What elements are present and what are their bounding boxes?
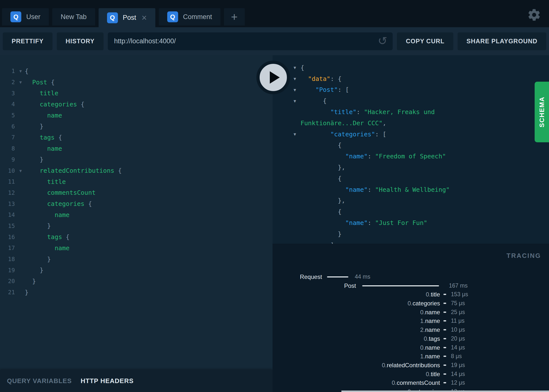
code-text: "categories": [	[301, 131, 386, 138]
query-variables-tab[interactable]: QUERY VARIABLES	[7, 377, 72, 385]
horizontal-scrollbar[interactable]	[341, 391, 549, 392]
query-code-line: 19 }	[0, 265, 273, 276]
prettify-button[interactable]: PRETTIFY	[3, 32, 53, 50]
copy-curl-button[interactable]: COPY CURL	[397, 32, 453, 50]
tracing-row: 0.commentsCount12 μs	[273, 378, 549, 387]
line-number: 20	[0, 278, 16, 284]
tracing-row: 0.name25 μs	[273, 308, 549, 317]
line-number: 15	[0, 223, 16, 229]
tracing-dash	[443, 329, 446, 330]
query-editor[interactable]: 1▾{2▾ Post {3 title4 categories {5 name6…	[0, 55, 273, 370]
query-code-line: 11 title	[0, 176, 273, 187]
tracing-label: 0.categories	[273, 299, 440, 308]
tab-user[interactable]: QUser	[2, 8, 49, 25]
tracing-dash	[443, 312, 446, 313]
settings-gear-icon[interactable]	[527, 8, 541, 22]
code-text: categories {	[25, 200, 92, 207]
response-line: ]	[273, 240, 549, 244]
query-code-line: 14 name	[0, 209, 273, 220]
code-text: },	[301, 164, 345, 171]
response-line: "name": "Freedom of Speech"	[273, 151, 549, 162]
code-text: name	[25, 112, 62, 119]
query-type-badge: Q	[167, 11, 178, 22]
tracing-duration-value: 44 ms	[355, 272, 370, 281]
tracing-label: 2.name	[273, 325, 440, 334]
tracing-duration-bar	[327, 276, 348, 277]
fold-arrow-icon[interactable]: ▾	[16, 79, 25, 85]
query-code-line: 5 name	[0, 110, 273, 121]
fold-arrow-icon[interactable]: ▾	[16, 68, 25, 74]
tab-bar: QUserNew TabQPost×QComment+	[0, 0, 549, 27]
code-text: Post {	[25, 79, 55, 86]
tracing-label: 0.name	[273, 343, 440, 352]
code-text: }	[25, 123, 43, 130]
fold-arrow-icon[interactable]: ▾	[294, 76, 301, 82]
tab-label: User	[26, 13, 40, 21]
tracing-dash	[443, 338, 446, 339]
tracing-label: 1.name	[273, 352, 440, 361]
query-code-line: 3 title	[0, 88, 273, 99]
share-playground-button[interactable]: SHARE PLAYGROUND	[458, 32, 546, 50]
tab-label: New Tab	[61, 13, 87, 21]
line-number: 9	[0, 156, 16, 163]
tracing-label: Request	[273, 272, 322, 281]
code-text: "data": {	[301, 75, 342, 82]
fold-arrow-icon[interactable]: ▾	[294, 87, 301, 93]
schema-side-tab[interactable]: SCHEMA	[535, 82, 549, 142]
tracing-row: Post167 ms	[273, 281, 549, 290]
response-line: },	[273, 162, 549, 173]
query-code-line: 7 tags {	[0, 132, 273, 143]
fold-arrow-icon[interactable]: ▾	[294, 131, 301, 137]
line-number: 12	[0, 190, 16, 196]
tab-label: Comment	[183, 13, 212, 21]
http-headers-tab[interactable]: HTTP HEADERS	[81, 377, 134, 385]
fold-arrow-icon[interactable]: ▾	[16, 168, 25, 174]
close-tab-icon[interactable]: ×	[142, 13, 147, 22]
tracing-duration-value: 19 μs	[451, 361, 465, 370]
fold-arrow-icon[interactable]: ▾	[294, 65, 301, 71]
graphql-playground-window: QUserNew TabQPost×QComment+ PRETTIFY HIS…	[0, 0, 549, 392]
line-number: 14	[0, 212, 16, 218]
tracing-label: 0.name	[273, 308, 440, 317]
query-code-line: 21}	[0, 287, 273, 298]
tracing-dash	[443, 382, 446, 383]
tracing-row: 0.categories75 μs	[273, 299, 549, 308]
query-code-line: 8 name	[0, 143, 273, 154]
schema-side-tab-label: SCHEMA	[538, 97, 546, 127]
line-number: 19	[0, 267, 16, 273]
tab-new-tab[interactable]: New Tab	[52, 8, 95, 25]
line-number: 5	[0, 112, 16, 119]
code-text: }	[25, 289, 28, 296]
query-type-badge: Q	[107, 12, 118, 23]
tracing-rows: Request44 msPost167 ms0.title153 μs0.cat…	[273, 272, 549, 392]
tracing-row: 1.name11 μs	[273, 317, 549, 325]
tracing-label: 0.relatedContributions	[273, 361, 440, 370]
code-text: Funktionäre...Der CCC",	[301, 120, 386, 127]
line-number: 8	[0, 145, 16, 152]
new-tab-button[interactable]: +	[224, 8, 245, 25]
response-line: }	[273, 228, 549, 240]
tracing-duration-value: 14 μs	[451, 343, 465, 352]
code-text: "name": "Just For Fun"	[301, 219, 427, 226]
code-text: name	[25, 211, 70, 219]
response-line: ▾{	[273, 62, 549, 73]
fold-arrow-icon[interactable]: ▾	[294, 98, 301, 104]
response-viewer[interactable]: ▾{▾ "data": {▾ "Post": [▾ { "title": "Ha…	[273, 55, 549, 244]
tab-post[interactable]: QPost×	[99, 8, 155, 27]
line-number: 17	[0, 245, 16, 251]
endpoint-url-input[interactable]: http://localhost:4000/ ↺	[108, 32, 393, 50]
code-text: "name": "Freedom of Speech"	[301, 153, 446, 160]
tracing-label: 0.title	[273, 370, 440, 379]
response-line: {	[273, 140, 549, 151]
query-code-line: 9 }	[0, 154, 273, 165]
reload-schema-icon[interactable]: ↺	[378, 34, 387, 47]
toolbar: PRETTIFY HISTORY http://localhost:4000/ …	[0, 27, 549, 55]
code-text: {	[301, 97, 327, 104]
history-button[interactable]: HISTORY	[57, 32, 104, 50]
tracing-title: TRACING	[507, 252, 541, 260]
execute-query-button[interactable]	[256, 61, 290, 94]
tracing-row: 0.relatedContributions19 μs	[273, 361, 549, 370]
line-number: 10	[0, 168, 16, 174]
code-text: ]	[301, 242, 334, 244]
tab-comment[interactable]: QComment	[159, 8, 220, 25]
